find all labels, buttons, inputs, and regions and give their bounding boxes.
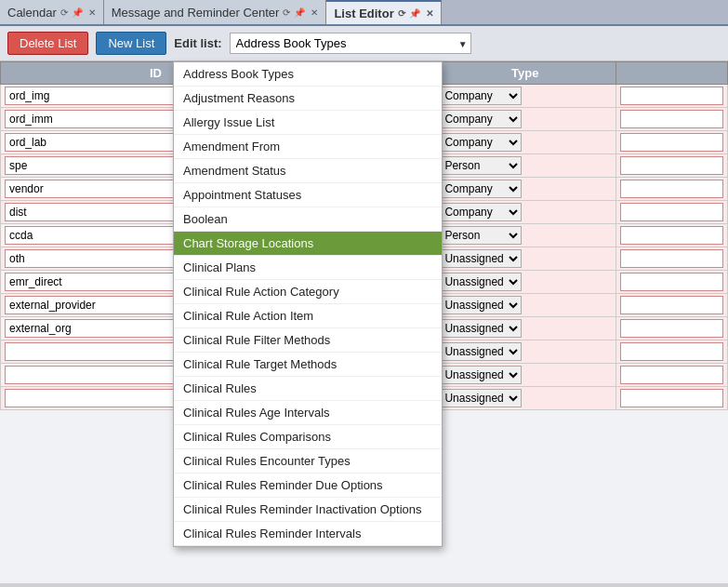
dropdown-item[interactable]: Clinical Rule Action Category (174, 280, 442, 304)
dropdown-item[interactable]: Clinical Plans (174, 256, 442, 280)
name-input[interactable] (620, 273, 723, 291)
calendar-close-icon[interactable]: ✕ (88, 7, 96, 18)
dropdown-item[interactable]: Clinical Rules Reminder Intervals (174, 522, 442, 546)
type-cell: CompanyPersonUnassigned (434, 294, 616, 317)
name-input[interactable] (620, 133, 723, 152)
type-select[interactable]: CompanyPersonUnassigned (438, 249, 522, 268)
name-input[interactable] (620, 319, 723, 338)
list-editor-pin-icon[interactable]: 📌 (409, 8, 420, 19)
dropdown-item[interactable]: Amendment Status (174, 159, 442, 183)
type-cell: CompanyPersonUnassigned (434, 271, 616, 294)
dropdown-overlay: Address Book TypesAdjustment ReasonsAlle… (173, 61, 443, 547)
edit-list-dropdown-wrapper: Address Book TypesAdjustment ReasonsAlle… (230, 33, 471, 54)
name-cell (616, 85, 728, 108)
type-select[interactable]: CompanyPersonUnassigned (438, 319, 522, 338)
name-input[interactable] (620, 156, 723, 175)
message-close-icon[interactable]: ✕ (311, 7, 318, 18)
dropdown-item[interactable]: Appointment Statuses (174, 183, 442, 207)
dropdown-item[interactable]: Clinical Rule Action Item (174, 304, 442, 328)
tab-list-editor[interactable]: List Editor ⟳ 📌 ✕ (326, 0, 441, 24)
tab-bar: Calendar ⟳ 📌 ✕ Message and Reminder Cent… (0, 0, 728, 26)
dropdown-item[interactable]: Clinical Rules Reminder Inactivation Opt… (174, 498, 442, 522)
col-type: Type (434, 62, 616, 85)
edit-list-label: Edit list: (174, 36, 221, 50)
type-select[interactable]: CompanyPersonUnassigned (438, 156, 522, 175)
dropdown-item[interactable]: Clinical Rules Encounter Types (174, 449, 442, 474)
type-cell: CompanyPersonUnassigned (434, 364, 616, 387)
type-select[interactable]: CompanyPersonUnassigned (438, 273, 522, 291)
calendar-tab-label: Calendar (7, 6, 57, 20)
name-cell (616, 131, 728, 154)
dropdown-item[interactable]: Boolean (174, 207, 442, 232)
dropdown-scroll[interactable]: Address Book TypesAdjustment ReasonsAlle… (174, 62, 442, 546)
calendar-pin-icon[interactable]: 📌 (72, 7, 83, 18)
name-input[interactable] (620, 180, 723, 198)
list-editor-close-icon[interactable]: ✕ (426, 8, 433, 19)
name-input[interactable] (620, 342, 723, 361)
type-select[interactable]: CompanyPersonUnassigned (438, 110, 522, 128)
name-cell (616, 317, 728, 340)
type-cell: CompanyPersonUnassigned (434, 154, 616, 178)
dropdown-item[interactable]: Adjustment Reasons (174, 87, 442, 111)
name-cell (616, 178, 728, 201)
name-cell (616, 271, 728, 294)
type-cell: CompanyPersonUnassigned (434, 131, 616, 154)
tab-calendar[interactable]: Calendar ⟳ 📌 ✕ (0, 0, 104, 24)
dropdown-item[interactable]: Clinical Rule Target Methods (174, 353, 442, 377)
dropdown-item[interactable]: Clinical Rules (174, 377, 442, 401)
type-cell: CompanyPersonUnassigned (434, 224, 616, 247)
name-input[interactable] (620, 203, 723, 221)
dropdown-item[interactable]: Clinical Rules Reminder Due Options (174, 474, 442, 498)
new-list-button[interactable]: New List (96, 32, 166, 55)
type-cell: CompanyPersonUnassigned (434, 85, 616, 108)
edit-list-select[interactable]: Address Book TypesAdjustment ReasonsAlle… (230, 33, 471, 54)
dropdown-item[interactable]: Clinical Rule Filter Methods (174, 328, 442, 353)
type-select[interactable]: CompanyPersonUnassigned (438, 342, 522, 361)
name-cell (616, 294, 728, 317)
dropdown-item[interactable]: Address Book Types (174, 62, 442, 87)
name-input[interactable] (620, 249, 723, 268)
type-cell: CompanyPersonUnassigned (434, 108, 616, 131)
type-select[interactable]: CompanyPersonUnassigned (438, 180, 522, 198)
name-cell (616, 201, 728, 224)
dropdown-item[interactable]: Clinical Rules Comparisons (174, 425, 442, 449)
type-cell: CompanyPersonUnassigned (434, 178, 616, 201)
name-cell (616, 387, 728, 410)
name-cell (616, 224, 728, 247)
type-cell: CompanyPersonUnassigned (434, 387, 616, 410)
message-refresh-icon[interactable]: ⟳ (283, 7, 290, 18)
name-input[interactable] (620, 87, 723, 105)
type-select[interactable]: CompanyPersonUnassigned (438, 203, 522, 221)
delete-list-button[interactable]: Delete List (7, 32, 88, 55)
name-cell (616, 108, 728, 131)
type-cell: CompanyPersonUnassigned (434, 247, 616, 271)
type-select[interactable]: CompanyPersonUnassigned (438, 87, 522, 105)
list-editor-refresh-icon[interactable]: ⟳ (398, 8, 405, 19)
name-input[interactable] (620, 366, 723, 384)
name-cell (616, 340, 728, 364)
type-select[interactable]: CompanyPersonUnassigned (438, 296, 522, 314)
name-input[interactable] (620, 296, 723, 314)
name-input[interactable] (620, 389, 723, 407)
toolbar: Delete List New List Edit list: Address … (0, 26, 728, 61)
main-content: ID It Active Type ☒CompanyPersonUnassign… (0, 61, 728, 583)
dropdown-item[interactable]: Amendment From (174, 135, 442, 159)
name-input[interactable] (620, 226, 723, 245)
type-select[interactable]: CompanyPersonUnassigned (438, 366, 522, 384)
dropdown-item[interactable]: Clinical Rules Age Intervals (174, 401, 442, 425)
type-cell: CompanyPersonUnassigned (434, 201, 616, 224)
type-cell: CompanyPersonUnassigned (434, 317, 616, 340)
name-input[interactable] (620, 110, 723, 128)
type-select[interactable]: CompanyPersonUnassigned (438, 389, 522, 407)
name-cell (616, 364, 728, 387)
name-cell (616, 154, 728, 178)
calendar-refresh-icon[interactable]: ⟳ (60, 7, 68, 18)
tab-message[interactable]: Message and Reminder Center ⟳ 📌 ✕ (104, 0, 327, 24)
message-pin-icon[interactable]: 📌 (294, 7, 305, 18)
dropdown-item[interactable]: Allergy Issue List (174, 111, 442, 135)
type-select[interactable]: CompanyPersonUnassigned (438, 226, 522, 245)
dropdown-item[interactable]: Chart Storage Locations (174, 232, 442, 256)
type-select[interactable]: CompanyPersonUnassigned (438, 133, 522, 152)
type-cell: CompanyPersonUnassigned (434, 340, 616, 364)
message-tab-label: Message and Reminder Center (112, 6, 280, 20)
